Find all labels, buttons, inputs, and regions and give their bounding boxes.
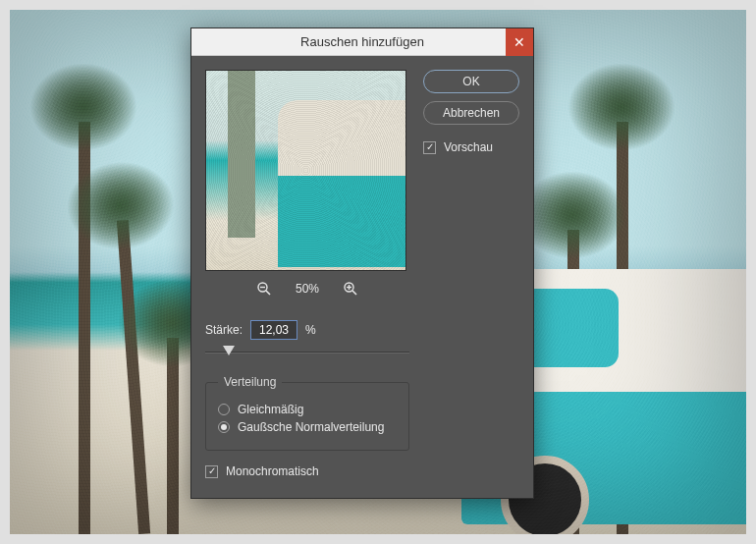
radio-label: Gaußsche Normalverteilung — [238, 420, 384, 434]
close-button[interactable]: ✕ — [506, 28, 533, 56]
amount-slider[interactable] — [205, 346, 409, 361]
dialog-title: Rauschen hinzufügen — [300, 34, 424, 49]
preview-checkbox[interactable]: Vorschau — [423, 140, 519, 154]
cancel-button[interactable]: Abbrechen — [423, 101, 519, 125]
zoom-out-icon — [256, 281, 272, 297]
distribution-uniform-radio[interactable]: Gleichmäßig — [218, 403, 397, 416]
checkbox-icon — [205, 465, 218, 478]
checkbox-label: Monochromatisch — [226, 464, 319, 478]
checkbox-label: Vorschau — [444, 140, 493, 154]
amount-unit: % — [305, 323, 316, 337]
zoom-out-button[interactable] — [254, 279, 274, 299]
zoom-level: 50% — [296, 282, 319, 296]
slider-track — [205, 352, 409, 354]
amount-label: Stärke: — [205, 323, 243, 337]
radio-icon — [218, 421, 230, 433]
distribution-gaussian-radio[interactable]: Gaußsche Normalverteilung — [218, 420, 397, 434]
dialog-titlebar[interactable]: Rauschen hinzufügen ✕ — [191, 28, 533, 56]
close-icon: ✕ — [513, 34, 525, 50]
preview-thumbnail[interactable] — [205, 70, 406, 271]
slider-thumb[interactable] — [223, 346, 235, 355]
bg-palm — [167, 338, 179, 534]
amount-input[interactable] — [250, 320, 297, 340]
ok-button[interactable]: OK — [423, 70, 519, 93]
checkbox-icon — [423, 141, 436, 154]
svg-line-4 — [352, 291, 356, 295]
button-label: Abbrechen — [443, 106, 500, 120]
distribution-legend: Verteilung — [218, 375, 282, 389]
zoom-in-button[interactable] — [341, 279, 360, 299]
distribution-group: Verteilung Gleichmäßig Gaußsche Normalve… — [205, 375, 409, 451]
add-noise-dialog: Rauschen hinzufügen ✕ 50% — [190, 27, 534, 499]
bg-palm — [117, 220, 150, 534]
radio-label: Gleichmäßig — [238, 403, 303, 416]
radio-icon — [218, 404, 230, 415]
button-label: OK — [462, 75, 479, 88]
svg-line-1 — [266, 291, 270, 295]
monochromatic-checkbox[interactable]: Monochromatisch — [205, 464, 409, 478]
zoom-in-icon — [343, 281, 358, 297]
